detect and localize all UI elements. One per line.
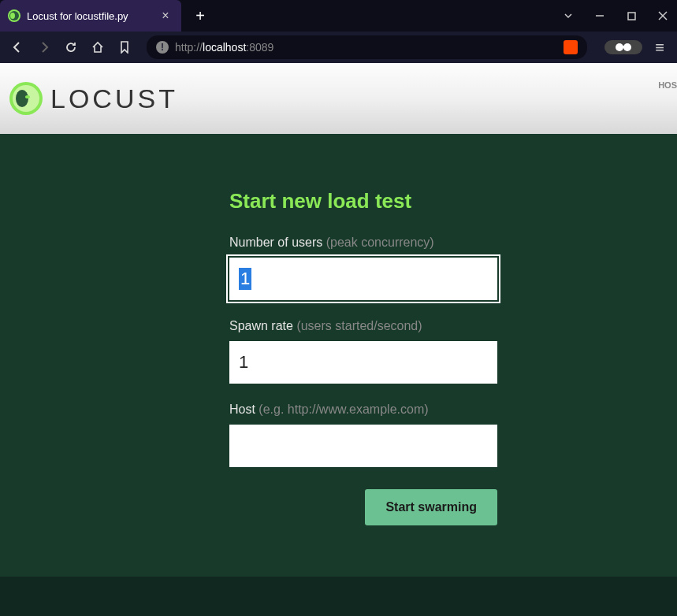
hamburger-menu-icon[interactable]: ≡: [650, 38, 669, 57]
logo-text: LOCUST: [50, 83, 178, 114]
host-field-group: Host (e.g. http://www.example.com): [229, 403, 497, 467]
svg-point-13: [25, 95, 30, 98]
tab-bar: Locust for locustfile.py × +: [0, 0, 677, 32]
svg-point-2: [10, 13, 15, 19]
close-window-icon[interactable]: [655, 8, 671, 24]
form-title: Start new load test: [229, 189, 497, 213]
load-test-form: Start new load test Number of users (pea…: [229, 189, 497, 525]
users-label: Number of users (peak concurrency): [229, 236, 497, 250]
private-mode-badge[interactable]: [604, 40, 642, 54]
url-text: http://localhost:8089: [175, 41, 557, 54]
spawn-rate-input[interactable]: [229, 341, 497, 384]
footer-band: [0, 577, 677, 616]
new-tab-button[interactable]: +: [191, 6, 210, 25]
host-header-label: HOS: [658, 80, 677, 90]
tab-close-icon[interactable]: ×: [159, 9, 172, 22]
spawn-rate-field-group: Spawn rate (users started/second): [229, 319, 497, 384]
host-label: Host (e.g. http://www.example.com): [229, 403, 497, 417]
browser-chrome: Locust for locustfile.py × +: [0, 0, 677, 63]
bookmark-icon[interactable]: [115, 38, 134, 57]
host-input[interactable]: [229, 425, 497, 467]
forward-button[interactable]: [35, 38, 54, 57]
minimize-icon[interactable]: [592, 8, 608, 24]
brave-shields-icon[interactable]: [564, 40, 578, 54]
spawn-rate-label: Spawn rate (users started/second): [229, 319, 497, 333]
chevron-down-icon[interactable]: [560, 8, 576, 24]
svg-point-12: [16, 90, 28, 107]
window-controls: [560, 0, 671, 32]
site-info-icon[interactable]: !: [156, 41, 169, 54]
svg-rect-4: [628, 13, 635, 20]
tab-title: Locust for locustfile.py: [27, 10, 153, 22]
back-button[interactable]: [8, 38, 27, 57]
url-bar[interactable]: ! http://localhost:8089: [147, 35, 587, 59]
maximize-icon[interactable]: [623, 8, 639, 24]
logo: LOCUST: [9, 82, 178, 115]
home-button[interactable]: [88, 38, 107, 57]
app-header: LOCUST HOS: [0, 63, 677, 134]
main-content: Start new load test Number of users (pea…: [0, 134, 677, 525]
locust-logo-icon: [9, 82, 43, 115]
reload-button[interactable]: [61, 38, 80, 57]
svg-rect-9: [622, 46, 625, 48]
locust-favicon: [8, 9, 20, 22]
submit-row: Start swarming: [229, 489, 497, 525]
browser-tab[interactable]: Locust for locustfile.py ×: [0, 0, 181, 32]
start-swarming-button[interactable]: Start swarming: [365, 489, 497, 525]
users-field-group: Number of users (peak concurrency) 1: [229, 236, 497, 300]
browser-toolbar: ! http://localhost:8089 ≡: [0, 32, 677, 63]
users-input[interactable]: 1: [229, 258, 497, 300]
